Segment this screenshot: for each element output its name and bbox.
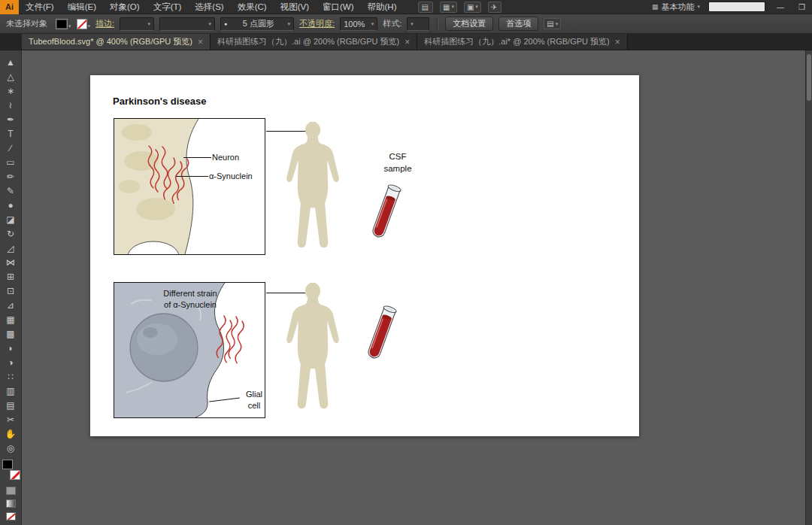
none-mode-icon[interactable] xyxy=(6,512,16,520)
style-select[interactable]: ▾ xyxy=(407,17,429,31)
synuclein-label[interactable]: α-Synuclein xyxy=(209,171,253,182)
menu-item[interactable]: 文件(F) xyxy=(19,0,61,14)
canvas-area[interactable]: Parkinson's disease xyxy=(22,50,805,525)
menu-item[interactable]: 视图(V) xyxy=(274,0,316,14)
paintbrush-tool[interactable]: ✏ xyxy=(2,169,20,184)
csf-tube[interactable] xyxy=(365,180,404,249)
fill-color-swatch[interactable]: ▾ xyxy=(56,19,71,29)
stroke-panel-link[interactable]: 描边: xyxy=(95,18,114,29)
menu-item[interactable]: 窗口(W) xyxy=(316,0,361,14)
menu-item[interactable]: 对象(O) xyxy=(103,0,147,14)
illustrator-window: Ai 文件(F)编辑(E)对象(O)文字(T)选择(S)效果(C)视图(V)窗口… xyxy=(0,0,812,50)
app-logo-icon[interactable]: Ai xyxy=(0,0,19,14)
csf-tube[interactable] xyxy=(361,301,400,370)
search-input[interactable] xyxy=(708,2,765,12)
tool-icon: ⊡ xyxy=(7,287,14,296)
menu-item[interactable]: 文字(T) xyxy=(147,0,189,14)
artboard-tool[interactable]: ▤ xyxy=(2,398,20,412)
eyedropper-tool[interactable]: ◗ xyxy=(2,341,20,355)
share-icon[interactable]: ✈ xyxy=(488,2,501,13)
brush-definition-value: 5 点圆形 xyxy=(243,18,274,29)
document-tab[interactable]: TubeofBlood.svg* @ 400% (RGB/GPU 预览) × xyxy=(22,34,211,50)
preferences-button[interactable]: 首选项 xyxy=(498,17,538,31)
restore-button[interactable]: ❐ xyxy=(795,3,808,11)
symbol-sprayer-tool[interactable]: ∷ xyxy=(2,369,20,384)
column-graph-tool[interactable]: ▥ xyxy=(2,384,20,398)
rectangle-tool[interactable]: ▭ xyxy=(2,155,20,169)
style-label: 样式: xyxy=(383,18,401,29)
document-setup-button[interactable]: 文档设置 xyxy=(445,17,493,31)
fill-well[interactable] xyxy=(2,460,13,469)
gradient-mode-icon[interactable] xyxy=(6,499,16,508)
pen-tool[interactable]: ✒ xyxy=(2,112,20,126)
neuron-cell-panel[interactable] xyxy=(114,118,265,255)
shape-builder-tool[interactable]: ⊡ xyxy=(2,284,20,298)
menu-item[interactable]: 选择(S) xyxy=(188,0,230,14)
eraser-tool[interactable]: ◪ xyxy=(2,212,20,226)
tab-close-icon[interactable]: × xyxy=(198,38,203,47)
blob-brush-tool[interactable]: ● xyxy=(2,198,20,212)
tab-close-icon[interactable]: × xyxy=(404,38,410,47)
stroke-weight-select[interactable]: ▾ xyxy=(120,17,154,31)
menu-item[interactable]: 效果(C) xyxy=(231,0,274,14)
document-tab[interactable]: 科研插图练习（九）.ai* @ 200% (RGB/GPU 预览) × xyxy=(417,34,628,50)
hand-tool[interactable]: ✋ xyxy=(2,426,20,441)
mesh-tool[interactable]: ▦ xyxy=(2,312,20,326)
glial-cell-label[interactable]: Glial cell xyxy=(241,389,268,411)
gradient-tool[interactable]: ▩ xyxy=(2,326,20,341)
vertical-scrollbar[interactable] xyxy=(805,50,812,525)
stroke-well[interactable] xyxy=(10,470,20,480)
brush-preview-icon: ● xyxy=(224,21,227,26)
tool-icon: ∗ xyxy=(7,86,14,96)
selection-tool[interactable]: ▲ xyxy=(2,55,20,69)
human-silhouette[interactable] xyxy=(283,283,342,418)
tool-icon: ↻ xyxy=(7,229,14,238)
magic-wand-tool[interactable]: ∗ xyxy=(2,83,20,98)
bridge-icon[interactable]: ▤ xyxy=(418,2,432,13)
tool-icon: ◗ xyxy=(8,344,13,353)
stroke-color-swatch[interactable]: ▾ xyxy=(77,19,91,29)
illustration-title[interactable]: Parkinson's disease xyxy=(113,96,207,107)
chevron-down-icon: ▾ xyxy=(698,4,701,10)
opacity-select[interactable]: 100% ▾ xyxy=(340,17,377,31)
mini-color-controls xyxy=(6,487,16,520)
pencil-tool[interactable]: ✎ xyxy=(2,184,20,198)
workspace-switcher[interactable]: ▦ 基本功能 ▾ xyxy=(652,2,700,13)
csf-sample-label[interactable]: CSF sample xyxy=(370,150,426,174)
tab-close-icon[interactable]: × xyxy=(615,38,620,47)
workspace-grid-icon: ▦ xyxy=(652,3,659,11)
brush-definition-select[interactable]: ● 5 点圆形 ▾ xyxy=(220,17,294,31)
slice-tool[interactable]: ✂ xyxy=(2,412,20,426)
tools-panel: ▲ △ ∗ ≀ ✒ T ∕ ▭ ✏ ✎ ● ◪ xyxy=(0,50,22,525)
neuron-label[interactable]: Neuron xyxy=(212,152,239,163)
width-profile-select[interactable]: ▾ xyxy=(159,17,215,31)
strain-label[interactable]: Different strain of α-Synuclein xyxy=(144,288,236,311)
line-segment-tool[interactable]: ∕ xyxy=(2,141,20,155)
type-tool[interactable]: T xyxy=(2,126,20,141)
tool-icon: ⊿ xyxy=(7,301,14,310)
rotate-tool[interactable]: ↻ xyxy=(2,226,20,241)
minimize-button[interactable]: — xyxy=(774,3,787,11)
chevron-down-icon: ▾ xyxy=(88,23,91,29)
document-tab[interactable]: 科研插图练习（九）.ai @ 200% (RGB/GPU 预览) × xyxy=(211,34,417,50)
scale-tool[interactable]: ◿ xyxy=(2,241,20,255)
width-tool[interactable]: ⋈ xyxy=(2,255,20,269)
document-layout-icon[interactable]: ▣▾ xyxy=(464,2,481,13)
panel-menu-icon[interactable]: ▤▾ xyxy=(544,18,561,29)
menu-bar: Ai 文件(F)编辑(E)对象(O)文字(T)选择(S)效果(C)视图(V)窗口… xyxy=(0,0,812,14)
perspective-grid-tool[interactable]: ⊿ xyxy=(2,298,20,312)
chevron-down-icon: ▾ xyxy=(209,21,212,27)
direct-selection-tool[interactable]: △ xyxy=(2,69,20,83)
free-transform-tool[interactable]: ⊞ xyxy=(2,269,20,284)
arrange-documents-icon[interactable]: ▦▾ xyxy=(440,2,457,13)
opacity-panel-link[interactable]: 不透明度: xyxy=(299,18,335,29)
color-mode-icon[interactable] xyxy=(6,487,16,495)
artboard[interactable]: Parkinson's disease xyxy=(90,75,639,436)
scrollbar-thumb[interactable] xyxy=(807,54,811,101)
human-silhouette[interactable] xyxy=(283,122,342,257)
lasso-tool[interactable]: ≀ xyxy=(2,98,20,112)
menu-item[interactable]: 编辑(E) xyxy=(61,0,103,14)
menu-item[interactable]: 帮助(H) xyxy=(361,0,404,14)
zoom-tool[interactable]: ◎ xyxy=(2,441,20,455)
blend-tool[interactable]: ◑ xyxy=(2,355,20,369)
